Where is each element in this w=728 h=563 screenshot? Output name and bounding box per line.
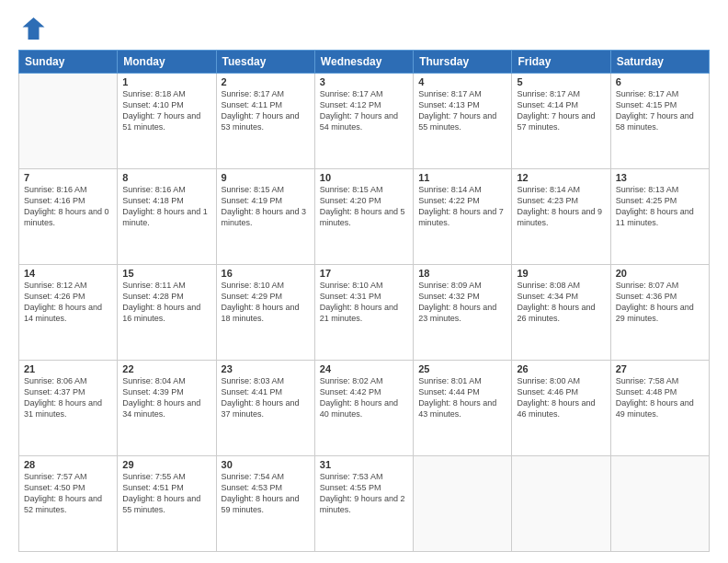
day-info: Sunrise: 8:11 AMSunset: 4:28 PMDaylight:… (122, 280, 210, 325)
day-number: 3 (320, 76, 408, 87)
week-row-1: 7Sunrise: 8:16 AMSunset: 4:16 PMDaylight… (19, 169, 710, 265)
day-header-wednesday: Wednesday (314, 51, 413, 74)
day-info: Sunrise: 7:55 AMSunset: 4:51 PMDaylight:… (122, 471, 210, 516)
day-info: Sunrise: 8:00 AMSunset: 4:46 PMDaylight:… (517, 375, 605, 420)
day-number: 1 (122, 76, 210, 87)
day-cell: 16Sunrise: 8:10 AMSunset: 4:29 PMDayligh… (216, 265, 314, 361)
week-row-2: 14Sunrise: 8:12 AMSunset: 4:26 PMDayligh… (19, 265, 710, 361)
day-cell: 20Sunrise: 8:07 AMSunset: 4:36 PMDayligh… (610, 265, 709, 361)
day-info: Sunrise: 8:16 AMSunset: 4:16 PMDaylight:… (24, 184, 112, 229)
day-number: 18 (418, 268, 506, 279)
day-cell: 5Sunrise: 8:17 AMSunset: 4:14 PMDaylight… (512, 74, 610, 169)
header (18, 15, 710, 42)
day-cell: 18Sunrise: 8:09 AMSunset: 4:32 PMDayligh… (414, 265, 512, 361)
day-number: 31 (320, 459, 408, 470)
day-number: 8 (122, 172, 210, 183)
day-cell: 30Sunrise: 7:54 AMSunset: 4:53 PMDayligh… (216, 456, 314, 552)
day-info: Sunrise: 8:01 AMSunset: 4:44 PMDaylight:… (418, 375, 506, 420)
day-number: 13 (616, 172, 704, 183)
day-cell: 3Sunrise: 8:17 AMSunset: 4:12 PMDaylight… (314, 74, 413, 169)
day-number: 14 (24, 268, 112, 279)
day-info: Sunrise: 8:15 AMSunset: 4:20 PMDaylight:… (320, 184, 408, 229)
day-cell: 8Sunrise: 8:16 AMSunset: 4:18 PMDaylight… (118, 169, 216, 265)
day-info: Sunrise: 8:09 AMSunset: 4:32 PMDaylight:… (418, 280, 506, 325)
day-info: Sunrise: 8:17 AMSunset: 4:11 PMDaylight:… (222, 88, 310, 133)
day-info: Sunrise: 7:53 AMSunset: 4:55 PMDaylight:… (320, 471, 408, 516)
day-header-saturday: Saturday (610, 51, 709, 74)
day-cell: 17Sunrise: 8:10 AMSunset: 4:31 PMDayligh… (314, 265, 413, 361)
day-cell: 14Sunrise: 8:12 AMSunset: 4:26 PMDayligh… (19, 265, 118, 361)
day-info: Sunrise: 7:57 AMSunset: 4:50 PMDaylight:… (24, 471, 112, 516)
day-cell: 21Sunrise: 8:06 AMSunset: 4:37 PMDayligh… (19, 361, 118, 456)
day-cell (19, 74, 118, 169)
day-info: Sunrise: 8:10 AMSunset: 4:29 PMDaylight:… (222, 280, 310, 325)
header-row: SundayMondayTuesdayWednesdayThursdayFrid… (19, 51, 710, 74)
day-cell: 2Sunrise: 8:17 AMSunset: 4:11 PMDaylight… (216, 74, 314, 169)
day-header-tuesday: Tuesday (216, 51, 314, 74)
day-info: Sunrise: 8:14 AMSunset: 4:22 PMDaylight:… (418, 184, 506, 229)
day-info: Sunrise: 8:16 AMSunset: 4:18 PMDaylight:… (122, 184, 210, 229)
day-cell: 28Sunrise: 7:57 AMSunset: 4:50 PMDayligh… (19, 456, 118, 552)
week-row-4: 28Sunrise: 7:57 AMSunset: 4:50 PMDayligh… (19, 456, 710, 552)
day-info: Sunrise: 8:17 AMSunset: 4:13 PMDaylight:… (418, 88, 506, 133)
logo (18, 15, 50, 42)
day-cell (610, 456, 709, 552)
day-info: Sunrise: 8:17 AMSunset: 4:15 PMDaylight:… (616, 88, 704, 133)
day-number: 9 (222, 172, 310, 183)
day-cell: 25Sunrise: 8:01 AMSunset: 4:44 PMDayligh… (414, 361, 512, 456)
day-header-sunday: Sunday (19, 51, 118, 74)
week-row-0: 1Sunrise: 8:18 AMSunset: 4:10 PMDaylight… (19, 74, 710, 169)
day-number: 6 (616, 76, 704, 87)
day-number: 4 (418, 76, 506, 87)
day-info: Sunrise: 8:18 AMSunset: 4:10 PMDaylight:… (122, 88, 210, 133)
day-number: 11 (418, 172, 506, 183)
logo-icon (18, 15, 46, 42)
day-cell: 22Sunrise: 8:04 AMSunset: 4:39 PMDayligh… (118, 361, 216, 456)
day-cell: 26Sunrise: 8:00 AMSunset: 4:46 PMDayligh… (512, 361, 610, 456)
week-row-3: 21Sunrise: 8:06 AMSunset: 4:37 PMDayligh… (19, 361, 710, 456)
day-cell: 24Sunrise: 8:02 AMSunset: 4:42 PMDayligh… (314, 361, 413, 456)
day-info: Sunrise: 8:17 AMSunset: 4:12 PMDaylight:… (320, 88, 408, 133)
day-cell: 31Sunrise: 7:53 AMSunset: 4:55 PMDayligh… (314, 456, 413, 552)
day-info: Sunrise: 8:08 AMSunset: 4:34 PMDaylight:… (517, 280, 605, 325)
day-cell: 13Sunrise: 8:13 AMSunset: 4:25 PMDayligh… (610, 169, 709, 265)
day-cell: 4Sunrise: 8:17 AMSunset: 4:13 PMDaylight… (414, 74, 512, 169)
day-number: 21 (24, 363, 112, 374)
day-info: Sunrise: 8:15 AMSunset: 4:19 PMDaylight:… (222, 184, 310, 229)
day-info: Sunrise: 8:04 AMSunset: 4:39 PMDaylight:… (122, 375, 210, 420)
day-info: Sunrise: 8:13 AMSunset: 4:25 PMDaylight:… (616, 184, 704, 229)
day-header-monday: Monday (118, 51, 216, 74)
day-number: 17 (320, 268, 408, 279)
day-cell: 1Sunrise: 8:18 AMSunset: 4:10 PMDaylight… (118, 74, 216, 169)
day-cell (414, 456, 512, 552)
day-cell: 6Sunrise: 8:17 AMSunset: 4:15 PMDaylight… (610, 74, 709, 169)
day-cell: 27Sunrise: 7:58 AMSunset: 4:48 PMDayligh… (610, 361, 709, 456)
day-number: 30 (222, 459, 310, 470)
day-cell: 11Sunrise: 8:14 AMSunset: 4:22 PMDayligh… (414, 169, 512, 265)
day-header-friday: Friday (512, 51, 610, 74)
page: SundayMondayTuesdayWednesdayThursdayFrid… (0, 0, 728, 563)
day-cell: 19Sunrise: 8:08 AMSunset: 4:34 PMDayligh… (512, 265, 610, 361)
day-number: 28 (24, 459, 112, 470)
day-info: Sunrise: 8:03 AMSunset: 4:41 PMDaylight:… (222, 375, 310, 420)
day-info: Sunrise: 8:12 AMSunset: 4:26 PMDaylight:… (24, 280, 112, 325)
day-number: 19 (517, 268, 605, 279)
day-number: 22 (122, 363, 210, 374)
day-info: Sunrise: 8:06 AMSunset: 4:37 PMDaylight:… (24, 375, 112, 420)
day-number: 16 (222, 268, 310, 279)
day-number: 7 (24, 172, 112, 183)
day-cell (512, 456, 610, 552)
day-cell: 7Sunrise: 8:16 AMSunset: 4:16 PMDaylight… (19, 169, 118, 265)
day-info: Sunrise: 8:07 AMSunset: 4:36 PMDaylight:… (616, 280, 704, 325)
day-cell: 15Sunrise: 8:11 AMSunset: 4:28 PMDayligh… (118, 265, 216, 361)
day-number: 27 (616, 363, 704, 374)
svg-marker-0 (23, 17, 45, 40)
day-cell: 23Sunrise: 8:03 AMSunset: 4:41 PMDayligh… (216, 361, 314, 456)
day-cell: 10Sunrise: 8:15 AMSunset: 4:20 PMDayligh… (314, 169, 413, 265)
day-number: 29 (122, 459, 210, 470)
day-info: Sunrise: 8:02 AMSunset: 4:42 PMDaylight:… (320, 375, 408, 420)
day-number: 24 (320, 363, 408, 374)
day-number: 23 (222, 363, 310, 374)
day-cell: 29Sunrise: 7:55 AMSunset: 4:51 PMDayligh… (118, 456, 216, 552)
day-info: Sunrise: 8:17 AMSunset: 4:14 PMDaylight:… (517, 88, 605, 133)
